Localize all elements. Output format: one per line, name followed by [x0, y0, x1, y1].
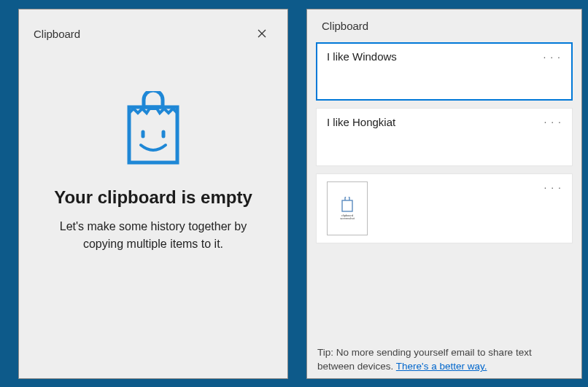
- close-icon: [258, 29, 266, 38]
- ellipsis-icon: · · ·: [544, 181, 562, 193]
- close-button[interactable]: [251, 23, 273, 44]
- empty-subtext: Let's make some history together by copy…: [40, 218, 266, 253]
- tip-prefix: Tip:: [317, 347, 336, 358]
- ellipsis-icon: · · ·: [544, 116, 562, 128]
- history-item[interactable]: I like Windows · · ·: [316, 42, 573, 101]
- clipboard-history-panel: Clipboard I like Windows · · · I like Ho…: [306, 9, 582, 379]
- tip-bar: Tip: No more sending yourself email to s…: [307, 340, 581, 378]
- item-menu-button[interactable]: · · ·: [541, 180, 565, 195]
- clipboard-empty-panel: Clipboard: [18, 9, 288, 379]
- clipboard-smile-icon: [125, 91, 182, 167]
- clipboard-mini-icon: [341, 197, 354, 213]
- svg-rect-2: [129, 107, 177, 163]
- history-item-text: I like Hongkiat: [327, 116, 562, 128]
- panel-header: Clipboard: [19, 9, 287, 47]
- image-thumbnail: clipboardscreenshot: [327, 181, 368, 235]
- empty-heading: Your clipboard is empty: [54, 187, 252, 208]
- history-item[interactable]: clipboardscreenshot · · ·: [316, 173, 573, 243]
- svg-rect-6: [342, 200, 352, 211]
- panel-title: Clipboard: [322, 20, 567, 32]
- panel-title: Clipboard: [34, 28, 80, 40]
- empty-state-body: Your clipboard is empty Let's make some …: [19, 47, 287, 378]
- ellipsis-icon: · · ·: [543, 51, 561, 63]
- panel-header: Clipboard: [307, 9, 581, 39]
- history-list: I like Windows · · · I like Hongkiat · ·…: [307, 39, 581, 243]
- history-item-text: I like Windows: [327, 50, 562, 63]
- item-menu-button[interactable]: · · ·: [541, 114, 565, 129]
- history-item[interactable]: I like Hongkiat · · ·: [316, 108, 573, 166]
- item-menu-button[interactable]: · · ·: [541, 50, 564, 64]
- tip-link[interactable]: There's a better way.: [396, 361, 487, 372]
